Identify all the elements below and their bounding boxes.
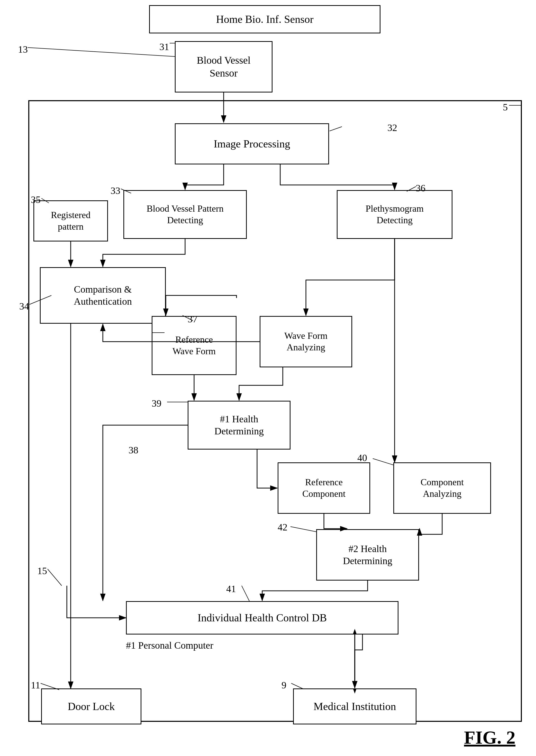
box-blood-vessel-sensor: Blood Vessel Sensor	[175, 41, 273, 92]
svg-line-19	[28, 47, 175, 56]
box-reference-wave-form: Reference Wave Form	[152, 316, 237, 375]
label-13: 13	[18, 44, 28, 55]
label-38: 38	[128, 444, 138, 456]
box-health-det-2: #2 Health Determining	[316, 529, 419, 581]
label-36: 36	[416, 182, 425, 194]
label-35: 35	[31, 194, 41, 205]
label-32: 32	[387, 122, 397, 133]
box-component-analyzing: Component Analyzing	[393, 462, 491, 514]
box-door-lock: Door Lock	[41, 688, 141, 724]
label-40: 40	[357, 452, 367, 463]
label-9: 9	[282, 679, 286, 691]
box-image-processing: Image Processing	[175, 123, 329, 164]
label-personal-computer: #1 Personal Computer	[126, 640, 213, 651]
box-blood-vessel-pattern: Blood Vessel Pattern Detecting	[123, 190, 247, 239]
label-5: 5	[503, 102, 508, 113]
box-home-bio: Home Bio. Inf. Sensor	[149, 5, 381, 33]
label-37: 37	[188, 313, 197, 325]
box-reference-component: Reference Component	[278, 462, 370, 514]
label-15: 15	[37, 565, 47, 577]
box-plethysmogram: Plethysmogram Detecting	[337, 190, 452, 239]
label-33: 33	[111, 185, 120, 196]
label-31: 31	[159, 41, 169, 52]
box-wave-form-analyzing: Wave Form Analyzing	[260, 316, 352, 367]
label-11: 11	[31, 679, 40, 691]
label-34: 34	[19, 300, 29, 312]
box-medical-institution: Medical Institution	[293, 688, 417, 724]
fig-label: FIG. 2	[464, 727, 516, 748]
diagram: Home Bio. Inf. Sensor Blood Vessel Senso…	[0, 0, 536, 756]
box-individual-health: Individual Health Control DB	[126, 601, 398, 635]
box-registered-pattern: Registered pattern	[33, 200, 108, 241]
label-39: 39	[152, 398, 161, 409]
label-41: 41	[226, 583, 236, 594]
box-health-det-1: #1 Health Determining	[188, 401, 290, 450]
label-42: 42	[278, 521, 287, 533]
box-comparison-auth: Comparison & Authentication	[40, 267, 166, 324]
